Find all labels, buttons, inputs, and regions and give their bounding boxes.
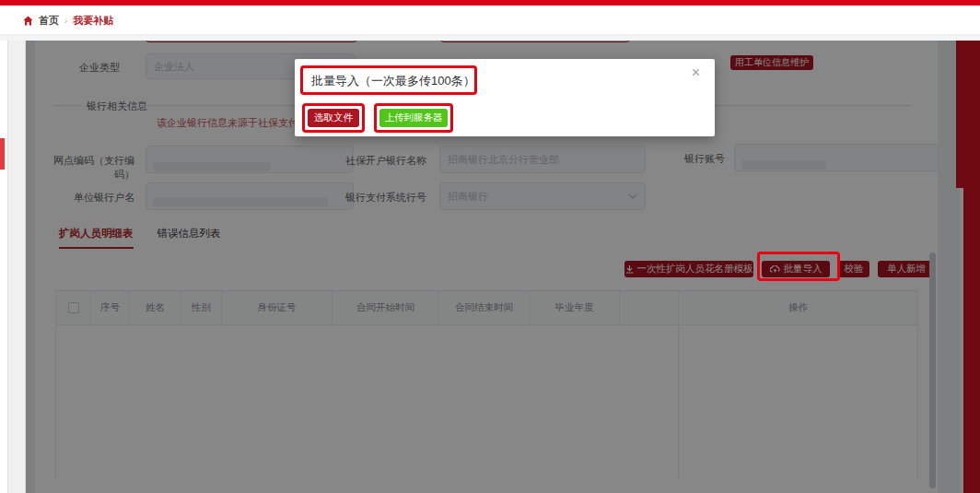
left-gutter-strip — [7, 41, 26, 493]
left-edge-red-marker — [0, 138, 5, 170]
home-icon[interactable] — [23, 16, 33, 26]
upload-to-server-button[interactable]: 上传到服务器 — [379, 109, 448, 127]
close-icon[interactable]: × — [692, 65, 700, 81]
modal-title: 批量导入（一次最多传100条） — [311, 73, 475, 89]
breadcrumb: 首页 › 我要补贴 — [23, 13, 113, 28]
screen: 企业类型 企业法人 用工单位信息维护 银行相关信息 该企业银行信息来源于社保支付… — [0, 0, 980, 493]
select-file-button[interactable]: 选取文件 — [308, 109, 359, 127]
breadcrumb-current: 我要补贴 — [73, 14, 113, 28]
page-header: 首页 › 我要补贴 — [0, 6, 980, 35]
breadcrumb-separator: › — [64, 16, 67, 26]
top-red-bar — [0, 0, 980, 6]
batch-import-modal: 批量导入（一次最多传100条） × 选取文件 上传到服务器 — [295, 59, 715, 136]
breadcrumb-home[interactable]: 首页 — [39, 14, 59, 28]
